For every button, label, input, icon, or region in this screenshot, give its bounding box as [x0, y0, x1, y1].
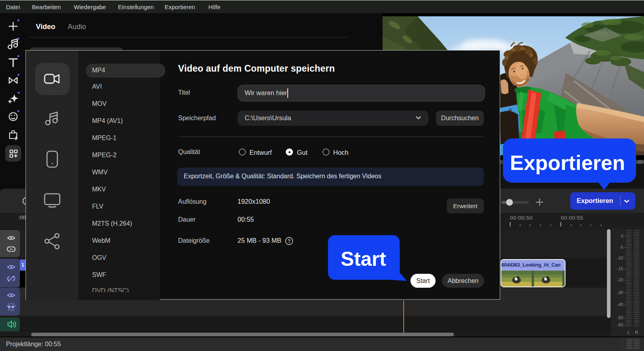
svg-text::00: :00 [18, 214, 26, 220]
svg-text:Start: Start [341, 248, 386, 270]
svg-text:Exportieren: Exportieren [510, 151, 625, 174]
svg-text:?: ? [288, 238, 291, 244]
